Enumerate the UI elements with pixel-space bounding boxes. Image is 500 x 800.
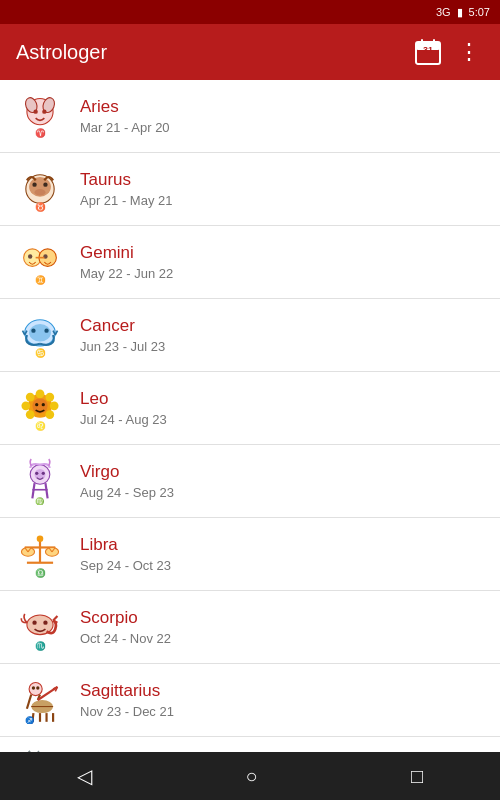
app-bar: Astrologer 31 ⋮ bbox=[0, 24, 500, 80]
recent-button[interactable]: □ bbox=[391, 757, 443, 796]
svg-point-15 bbox=[35, 189, 46, 196]
zodiac-image: ♐ bbox=[16, 676, 64, 724]
nav-bar: ◁ ○ □ bbox=[0, 752, 500, 800]
zodiac-info: Virgo Aug 24 - Sep 23 bbox=[80, 462, 174, 500]
svg-point-14 bbox=[43, 182, 47, 186]
svg-text:♐: ♐ bbox=[25, 715, 35, 724]
list-item[interactable]: ♋ Cancer Jun 23 - Jul 23 bbox=[0, 299, 500, 372]
zodiac-info: Taurus Apr 21 - May 21 bbox=[80, 170, 173, 208]
svg-point-60 bbox=[32, 686, 35, 689]
zodiac-info: Leo Jul 24 - Aug 23 bbox=[80, 389, 167, 427]
svg-point-34 bbox=[21, 401, 30, 410]
zodiac-name: Virgo bbox=[80, 462, 174, 482]
zodiac-image: ♉ bbox=[16, 165, 64, 213]
zodiac-image: ♊ bbox=[16, 238, 64, 286]
zodiac-name: Leo bbox=[80, 389, 167, 409]
svg-point-37 bbox=[42, 403, 45, 406]
svg-text:♊: ♊ bbox=[35, 274, 46, 286]
status-bar: 3G ▮ 5:07 bbox=[0, 0, 500, 24]
svg-point-59 bbox=[29, 683, 42, 696]
zodiac-dates: Jul 24 - Aug 23 bbox=[80, 412, 167, 427]
zodiac-image: ♋ bbox=[16, 311, 64, 359]
svg-point-24 bbox=[31, 328, 35, 332]
zodiac-name: Libra bbox=[80, 535, 171, 555]
list-item[interactable]: ♉ Taurus Apr 21 - May 21 bbox=[0, 153, 500, 226]
zodiac-name: Taurus bbox=[80, 170, 173, 190]
zodiac-name: Gemini bbox=[80, 243, 173, 263]
time-display: 5:07 bbox=[469, 6, 490, 18]
zodiac-info: Sagittarius Nov 23 - Dec 21 bbox=[80, 681, 174, 719]
battery-indicator: ▮ bbox=[457, 6, 463, 19]
zodiac-info: Gemini May 22 - Jun 22 bbox=[80, 243, 173, 281]
svg-point-30 bbox=[45, 393, 54, 402]
svg-point-19 bbox=[28, 254, 32, 258]
zodiac-name: Scorpio bbox=[80, 608, 171, 628]
zodiac-dates: Apr 21 - May 21 bbox=[80, 193, 173, 208]
zodiac-dates: Jun 23 - Jul 23 bbox=[80, 339, 165, 354]
zodiac-dates: Nov 23 - Dec 21 bbox=[80, 704, 174, 719]
zodiac-dates: May 22 - Jun 22 bbox=[80, 266, 173, 281]
list-item[interactable]: ♌ Leo Jul 24 - Aug 23 bbox=[0, 372, 500, 445]
svg-point-33 bbox=[26, 393, 35, 402]
list-item[interactable]: ♈ Aries Mar 21 - Apr 20 bbox=[0, 80, 500, 153]
list-item[interactable]: ♍ Virgo Aug 24 - Sep 23 bbox=[0, 445, 500, 518]
list-item[interactable]: ♏ Scorpio Oct 24 - Nov 22 bbox=[0, 591, 500, 664]
svg-point-9 bbox=[42, 109, 46, 113]
svg-point-42 bbox=[42, 472, 45, 475]
svg-text:♏: ♏ bbox=[35, 640, 46, 651]
zodiac-image: ♎ bbox=[16, 530, 64, 578]
svg-point-8 bbox=[33, 109, 37, 113]
menu-button[interactable]: ⋮ bbox=[454, 35, 484, 69]
svg-point-56 bbox=[32, 620, 36, 624]
zodiac-dates: Sep 24 - Oct 23 bbox=[80, 558, 171, 573]
svg-text:♉: ♉ bbox=[35, 201, 46, 213]
list-item[interactable]: ♑ Capricorn Dec 22 - Jan 20 bbox=[0, 737, 500, 752]
svg-point-57 bbox=[43, 620, 47, 624]
app-bar-actions: 31 ⋮ bbox=[410, 34, 484, 70]
svg-text:♎: ♎ bbox=[35, 567, 46, 578]
list-item[interactable]: ♊ Gemini May 22 - Jun 22 bbox=[0, 226, 500, 299]
zodiac-list: ♈ Aries Mar 21 - Apr 20 ♉ Taurus Apr 21 … bbox=[0, 80, 500, 752]
back-button[interactable]: ◁ bbox=[57, 756, 112, 796]
svg-point-31 bbox=[50, 401, 59, 410]
home-button[interactable]: ○ bbox=[225, 757, 277, 796]
calendar-button[interactable]: 31 bbox=[410, 34, 446, 70]
svg-point-13 bbox=[32, 182, 36, 186]
svg-point-36 bbox=[35, 403, 38, 406]
zodiac-image: ♌ bbox=[16, 384, 64, 432]
zodiac-info: Cancer Jun 23 - Jul 23 bbox=[80, 316, 165, 354]
zodiac-info: Scorpio Oct 24 - Nov 22 bbox=[80, 608, 171, 646]
svg-text:♋: ♋ bbox=[35, 347, 46, 359]
svg-point-32 bbox=[45, 410, 54, 419]
app-title: Astrologer bbox=[16, 41, 107, 64]
zodiac-dates: Mar 21 - Apr 20 bbox=[80, 120, 170, 135]
calendar-icon: 31 bbox=[414, 38, 442, 66]
zodiac-image: ♈ bbox=[16, 92, 64, 140]
zodiac-info: Aries Mar 21 - Apr 20 bbox=[80, 97, 170, 135]
list-item[interactable]: ♎ Libra Sep 24 - Oct 23 bbox=[0, 518, 500, 591]
zodiac-info: Libra Sep 24 - Oct 23 bbox=[80, 535, 171, 573]
zodiac-name: Cancer bbox=[80, 316, 165, 336]
svg-point-23 bbox=[29, 324, 51, 341]
svg-text:♈: ♈ bbox=[35, 127, 46, 139]
svg-point-29 bbox=[36, 389, 45, 398]
svg-point-61 bbox=[36, 686, 39, 689]
zodiac-dates: Aug 24 - Sep 23 bbox=[80, 485, 174, 500]
zodiac-dates: Oct 24 - Nov 22 bbox=[80, 631, 171, 646]
zodiac-name: Sagittarius bbox=[80, 681, 174, 701]
signal-indicator: 3G bbox=[436, 6, 451, 18]
svg-point-35 bbox=[26, 410, 35, 419]
svg-point-41 bbox=[35, 472, 38, 475]
list-item[interactable]: ♐ Sagittarius Nov 23 - Dec 21 bbox=[0, 664, 500, 737]
svg-point-52 bbox=[37, 535, 44, 542]
zodiac-name: Aries bbox=[80, 97, 170, 117]
svg-text:31: 31 bbox=[423, 45, 433, 55]
svg-text:♍: ♍ bbox=[35, 496, 45, 505]
svg-point-25 bbox=[44, 328, 48, 332]
zodiac-image: ♍ bbox=[16, 457, 64, 505]
zodiac-image: ♏ bbox=[16, 603, 64, 651]
svg-text:♌: ♌ bbox=[35, 420, 46, 432]
